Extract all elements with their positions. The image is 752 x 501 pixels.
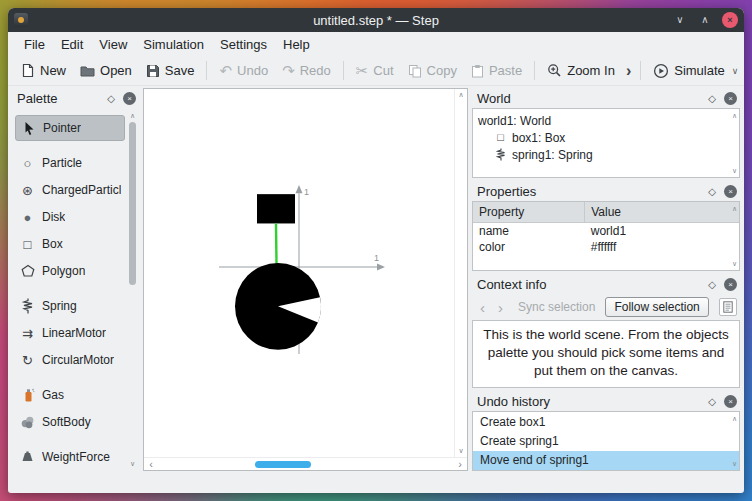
- simulate-play-icon: [653, 63, 669, 79]
- menu-file[interactable]: File: [16, 35, 53, 54]
- palette-float-icon[interactable]: ◇: [104, 93, 118, 104]
- horizontal-scroll-track[interactable]: [158, 458, 453, 470]
- world-canvas[interactable]: 1 1 ∧ ∨: [143, 88, 468, 471]
- palette-item-softbody[interactable]: SoftBody: [15, 409, 125, 435]
- undo-history-title: Undo history: [477, 394, 700, 409]
- spring-icon: [494, 148, 507, 161]
- palette-item-weightforce[interactable]: WeightForce: [15, 444, 125, 470]
- paste-button[interactable]: Paste: [464, 60, 529, 81]
- scene-drawing: 1 1: [144, 89, 454, 457]
- maximize-button[interactable]: ∧: [697, 12, 713, 28]
- palette-item-spring[interactable]: Spring: [15, 293, 125, 319]
- open-button[interactable]: Open: [73, 60, 139, 81]
- palette-item-circularmotor[interactable]: ↻ CircularMotor: [15, 347, 125, 373]
- undo-button[interactable]: ↶ Undo: [212, 60, 275, 81]
- scroll-up-icon[interactable]: ∧: [128, 112, 137, 119]
- follow-selection-button[interactable]: Follow selection: [605, 297, 708, 317]
- forward-button[interactable]: ›: [493, 300, 508, 315]
- property-value-cell[interactable]: #ffffff: [585, 239, 739, 255]
- context-info-close-button[interactable]: ×: [724, 278, 737, 291]
- zoom-in-button[interactable]: Zoom In: [540, 60, 622, 81]
- palette-item-particle[interactable]: ○ Particle: [15, 150, 125, 176]
- undo-item-create-box1[interactable]: Create box1: [473, 413, 739, 432]
- table-row[interactable]: color #ffffff: [473, 239, 739, 255]
- menu-edit[interactable]: Edit: [53, 35, 91, 54]
- palette-item-label: Particle: [42, 156, 82, 170]
- menu-view[interactable]: View: [91, 35, 135, 54]
- tree-item-spring1[interactable]: spring1: Spring: [478, 146, 725, 163]
- canvas-vertical-scrollbar[interactable]: ∧ ∨: [454, 89, 467, 457]
- cut-button[interactable]: ✂ Cut: [349, 60, 401, 81]
- table-row[interactable]: name world1: [473, 223, 739, 240]
- tree-item-label: world1: World: [478, 114, 551, 128]
- save-icon: [146, 64, 160, 78]
- menu-help[interactable]: Help: [275, 35, 318, 54]
- scroll-down-icon[interactable]: ∨: [732, 260, 737, 267]
- minimize-button[interactable]: ∨: [672, 12, 688, 28]
- canvas-horizontal-scrollbar[interactable]: ‹ ›: [144, 457, 467, 470]
- scroll-up-icon[interactable]: ∧: [732, 112, 737, 119]
- toolbar-overflow-chevron[interactable]: ›: [622, 62, 635, 80]
- world-panel: World ◇ × world1: World □ box1: Box: [472, 88, 740, 178]
- scroll-up-icon[interactable]: ∧: [732, 205, 737, 212]
- redo-button[interactable]: ↷ Redo: [275, 60, 338, 81]
- properties-panel: Properties ◇ × Property Value: [472, 181, 740, 271]
- tree-item-world1[interactable]: world1: World: [478, 112, 725, 129]
- property-name-cell: color: [473, 239, 585, 255]
- save-button[interactable]: Save: [139, 60, 202, 81]
- scroll-up-icon[interactable]: ∧: [732, 415, 737, 422]
- palette-item-chargedparticle[interactable]: ⊛ ChargedParticle: [15, 177, 125, 203]
- property-value-cell[interactable]: world1: [585, 223, 739, 240]
- palette-list: Pointer ○ Particle ⊛ ChargedParticle ● D…: [12, 108, 139, 471]
- simulate-button[interactable]: Simulate ∨: [646, 60, 744, 82]
- menu-simulation[interactable]: Simulation: [135, 35, 212, 54]
- context-info-float-icon[interactable]: ◇: [705, 279, 719, 290]
- properties-close-button[interactable]: ×: [724, 185, 737, 198]
- horizontal-scroll-thumb[interactable]: [255, 461, 311, 468]
- simulate-dropdown-icon: ∨: [732, 66, 739, 76]
- world-close-button[interactable]: ×: [724, 92, 737, 105]
- property-name-cell: name: [473, 223, 585, 240]
- scroll-right-icon[interactable]: ›: [453, 458, 467, 471]
- box-icon: □: [494, 132, 507, 143]
- palette-item-polygon[interactable]: Polygon: [15, 258, 125, 284]
- main-area: Palette ◇ × Pointer ○ Particle ⊛ Charged…: [8, 86, 744, 473]
- menu-settings[interactable]: Settings: [212, 35, 275, 54]
- column-header-value[interactable]: Value: [585, 202, 739, 223]
- scroll-down-icon[interactable]: ∨: [458, 445, 463, 457]
- undo-history-panel: Undo history ◇ × Create box1 Create spri…: [472, 391, 740, 471]
- palette-scroll-thumb[interactable]: [129, 122, 136, 285]
- tree-item-box1[interactable]: □ box1: Box: [478, 129, 725, 146]
- close-icon: ×: [127, 94, 132, 103]
- minimize-icon: ∨: [676, 14, 683, 25]
- scroll-down-icon[interactable]: ∨: [732, 460, 737, 467]
- palette-item-box[interactable]: □ Box: [15, 231, 125, 257]
- titlebar[interactable]: untitled.step * — Step ∨ ∧ ×: [8, 8, 744, 32]
- scroll-up-icon[interactable]: ∧: [458, 89, 463, 101]
- close-button[interactable]: ×: [722, 12, 738, 28]
- palette-scrollbar[interactable]: ∧ ∨: [128, 112, 137, 467]
- undo-item-create-spring1[interactable]: Create spring1: [473, 432, 739, 451]
- undo-history-list: Create box1 Create spring1 Move end of s…: [472, 411, 740, 471]
- palette-item-linearmotor[interactable]: ⇉ LinearMotor: [15, 320, 125, 346]
- column-header-property[interactable]: Property: [473, 202, 585, 223]
- back-button[interactable]: ‹: [475, 300, 490, 315]
- undo-history-header: Undo history ◇ ×: [472, 391, 740, 411]
- properties-float-icon[interactable]: ◇: [705, 186, 719, 197]
- sync-selection-button[interactable]: Sync selection: [511, 297, 602, 317]
- palette-close-button[interactable]: ×: [123, 92, 136, 105]
- palette-item-pointer[interactable]: Pointer: [15, 115, 125, 141]
- undo-history-float-icon[interactable]: ◇: [705, 396, 719, 407]
- scroll-left-icon[interactable]: ‹: [144, 458, 158, 471]
- scroll-down-icon[interactable]: ∨: [732, 167, 737, 174]
- undo-item-move-end-of-spring1[interactable]: Move end of spring1: [473, 451, 739, 470]
- new-button[interactable]: New: [14, 60, 73, 81]
- palette-item-disk[interactable]: ● Disk: [15, 204, 125, 230]
- scroll-down-icon[interactable]: ∨: [128, 460, 137, 467]
- scene-view[interactable]: 1 1: [144, 89, 454, 457]
- palette-item-gas[interactable]: Gas: [15, 382, 125, 408]
- documentation-button[interactable]: [719, 298, 737, 316]
- undo-history-close-button[interactable]: ×: [724, 395, 737, 408]
- world-float-icon[interactable]: ◇: [705, 93, 719, 104]
- copy-button[interactable]: Copy: [401, 60, 464, 81]
